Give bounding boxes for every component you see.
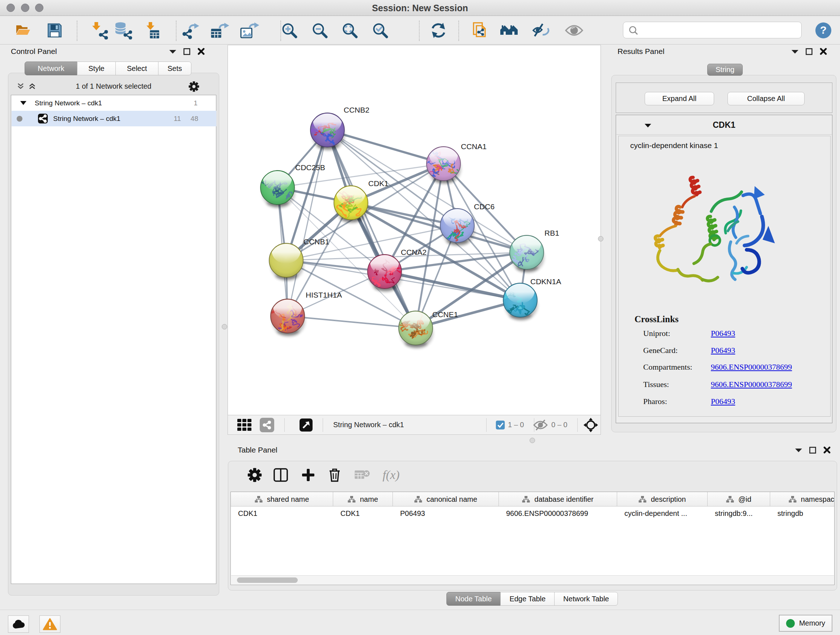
right-splitter-handle[interactable] <box>598 236 603 241</box>
export-image-button[interactable] <box>240 21 259 40</box>
column-header-database-identifier[interactable]: database identifier <box>499 492 617 507</box>
cell-namespace[interactable]: stringdb <box>770 507 835 520</box>
expand-all-button[interactable]: Expand All <box>645 92 714 105</box>
string-view-icon[interactable] <box>260 418 274 432</box>
panel-float-icon[interactable] <box>183 48 190 55</box>
tree-expand-triangle-icon[interactable] <box>20 101 27 105</box>
node-CCNA1[interactable]: CCNA1 <box>420 141 486 184</box>
memory-button[interactable]: Memory <box>779 615 832 632</box>
birds-eye-view-icon[interactable] <box>583 417 598 432</box>
panel-close-icon[interactable] <box>197 48 205 55</box>
tab-network-table[interactable]: Network Table <box>554 592 618 606</box>
crosslink-compartments-link[interactable]: 9606.ENSP00000378699 <box>711 363 792 372</box>
edge-CDK1-RB1[interactable] <box>351 203 527 252</box>
node-RB1[interactable]: RB1 <box>510 229 559 272</box>
zoom-in-button[interactable] <box>281 22 298 39</box>
table-row[interactable]: CDK1CDK1P064939606.ENSP00000378699cyclin… <box>231 507 834 520</box>
bottom-splitter-handle[interactable] <box>530 438 535 443</box>
panel-float-icon[interactable] <box>809 447 816 454</box>
show-columns-icon[interactable] <box>273 468 288 482</box>
crosslinks-title: CrossLinks <box>635 314 679 325</box>
column-header-canonical-name[interactable]: canonical name <box>393 492 499 507</box>
column-header-description[interactable]: description <box>617 492 707 507</box>
crosslink-label: Uniprot: <box>643 329 670 338</box>
crosslink-genecard-link[interactable]: P06493 <box>711 346 735 355</box>
warnings-button[interactable] <box>39 616 60 633</box>
network-canvas[interactable]: CCNB2 CCNA1 CDC25B CDK1 <box>227 45 601 415</box>
delete-column-icon[interactable] <box>328 467 341 483</box>
save-session-button[interactable] <box>47 22 63 38</box>
left-splitter-handle[interactable] <box>222 324 227 329</box>
node-CDKN1A[interactable]: CDKN1A <box>501 277 561 320</box>
edge-CCNB2-HIST1H1A[interactable] <box>287 130 327 316</box>
tab-string[interactable]: String <box>707 64 743 76</box>
cell-name[interactable]: CDK1 <box>333 507 393 520</box>
open-session-button[interactable] <box>14 23 32 38</box>
open-in-window-icon[interactable] <box>300 418 313 432</box>
copy-network-button[interactable] <box>472 21 489 40</box>
cell-shared-name[interactable]: CDK1 <box>231 507 333 520</box>
table-horizontal-scrollbar[interactable] <box>231 575 834 584</box>
hide-selected-button[interactable] <box>532 22 551 38</box>
panel-close-icon[interactable] <box>823 447 831 454</box>
column-header-shared-name[interactable]: shared name <box>231 492 333 507</box>
search-input[interactable] <box>642 23 798 37</box>
refresh-button[interactable] <box>430 22 447 39</box>
tab-sets[interactable]: Sets <box>158 62 191 75</box>
show-all-button[interactable] <box>565 24 584 37</box>
edge-CCNB2-CCNA1[interactable] <box>327 130 444 164</box>
crosslink-uniprot-link[interactable]: P06493 <box>711 329 735 338</box>
cell--id[interactable]: stringdb:9... <box>707 507 770 520</box>
zoom-out-button[interactable] <box>311 22 328 39</box>
column-type-icon <box>255 496 263 503</box>
crosslink-tissues-link[interactable]: 9606.ENSP00000378699 <box>711 380 792 389</box>
tab-edge-table[interactable]: Edge Table <box>500 592 554 606</box>
tab-network[interactable]: Network <box>25 62 77 75</box>
crosslink-pharos-link[interactable]: P06493 <box>711 397 735 406</box>
gene-section-header[interactable]: CDK1 <box>616 116 832 135</box>
network-collection-row[interactable]: String Network – cdk1 1 <box>11 95 216 111</box>
function-builder-button[interactable]: f(x) <box>382 468 399 482</box>
tab-node-table[interactable]: Node Table <box>447 592 501 606</box>
first-neighbors-button[interactable] <box>500 22 520 38</box>
create-column-icon[interactable] <box>302 468 315 482</box>
zoom-selected-button[interactable] <box>372 22 388 39</box>
cloud-button[interactable] <box>8 616 29 633</box>
tab-select[interactable]: Select <box>115 62 158 75</box>
export-table-button[interactable] <box>210 21 230 40</box>
panel-float-icon[interactable] <box>806 48 813 55</box>
column-type-icon <box>522 496 530 503</box>
import-network-from-database-button[interactable] <box>114 21 133 40</box>
column-label: namespace <box>801 495 835 504</box>
panel-menu-icon[interactable] <box>169 49 176 54</box>
collapse-all-button[interactable]: Collapse All <box>728 92 805 105</box>
panel-menu-icon[interactable] <box>795 448 802 452</box>
selected-checkbox-icon[interactable] <box>496 420 505 429</box>
column-header-namespace[interactable]: namespace <box>770 492 835 507</box>
cell-description[interactable]: cyclin-dependent ... <box>617 507 707 520</box>
network-status-bar: String Network – cdk1 1 – 0 0 – 0 <box>227 415 601 435</box>
import-network-from-file-button[interactable] <box>91 21 109 40</box>
table-panel-title: Table Panel <box>238 446 278 454</box>
column-header--id[interactable]: @id <box>707 492 770 507</box>
tab-style[interactable]: Style <box>77 62 116 75</box>
network-row[interactable]: String Network – cdk1 11 48 <box>11 111 216 126</box>
control-panel-title: Control Panel <box>11 47 57 56</box>
zoom-fit-button[interactable] <box>341 22 358 39</box>
cell-canonical-name[interactable]: P06493 <box>393 507 499 520</box>
column-header-name[interactable]: name <box>333 492 393 507</box>
node-CCNB2[interactable]: CCNB2 <box>302 106 370 150</box>
control-panel-window-icons <box>169 48 205 55</box>
cell-database-identifier[interactable]: 9606.ENSP00000378699 <box>499 507 617 520</box>
table-options-gear-icon[interactable] <box>248 468 262 482</box>
scrollbar-thumb[interactable] <box>237 578 298 583</box>
export-network-button[interactable] <box>182 22 201 39</box>
help-button[interactable]: ? <box>815 22 832 39</box>
import-table-from-file-button[interactable] <box>145 21 162 40</box>
node-HIST1H1A[interactable]: HIST1H1A <box>271 291 342 336</box>
panel-menu-icon[interactable] <box>791 49 798 54</box>
grid-view-icon[interactable] <box>237 419 252 431</box>
node-CDK1[interactable]: CDK1 <box>334 179 388 223</box>
panel-close-icon[interactable] <box>820 48 827 55</box>
delete-table-icon[interactable] <box>355 469 370 481</box>
